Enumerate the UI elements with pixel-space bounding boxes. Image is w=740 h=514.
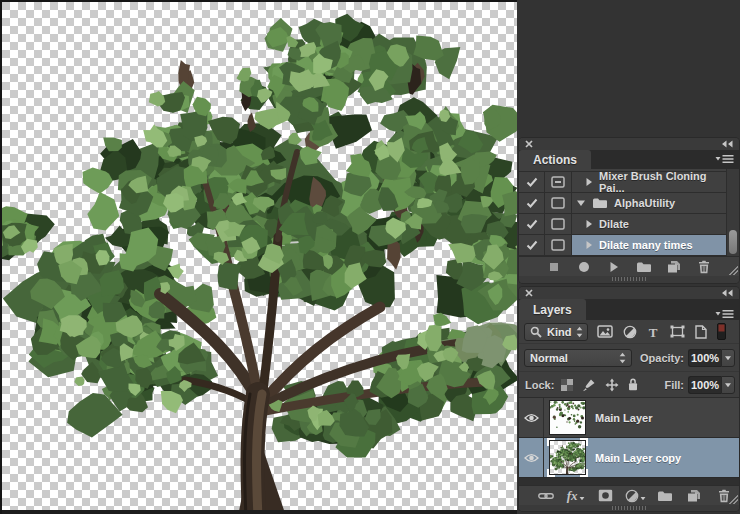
new-action-icon[interactable] [659,260,689,273]
panel-menu-icon[interactable] [715,305,734,323]
layer-thumbnail[interactable] [550,401,585,434]
action-row-selected[interactable]: Dilate many times [519,235,726,256]
resize-grip-icon[interactable] [727,264,738,275]
action-name: Dilate [599,218,629,230]
panel-dock: Actions Mixer Brush Cloning Pai... [517,0,740,514]
action-check-icon[interactable] [519,172,545,192]
folder-icon [592,197,608,209]
group-icon[interactable] [650,490,680,502]
spinner-arrows-icon [619,352,626,364]
layer-list: Main Layer Main Layer copy [519,398,739,485]
blend-mode-value: Normal [530,352,568,364]
expand-arrow-icon[interactable] [585,219,593,229]
layers-panel: Layers Kind [519,287,739,511]
dialog-toggle-box[interactable] [545,235,572,255]
scrollbar-thumb[interactable] [729,230,737,254]
action-check-icon[interactable] [519,235,545,255]
layer-row-selected[interactable]: Main Layer copy [519,438,739,478]
layer-row[interactable]: Main Layer [519,398,739,438]
fill-control: 100% [688,376,735,394]
actions-list: Mixer Brush Cloning Pai... AlphaUtility [519,169,739,256]
action-check-icon[interactable] [519,193,545,213]
search-icon [530,326,542,338]
folder-icon[interactable] [629,261,659,273]
visibility-eye-icon[interactable] [519,438,544,477]
action-check-icon[interactable] [519,214,545,234]
shape-filter-icon[interactable] [670,325,685,338]
collapse-panel-icon[interactable] [721,140,733,148]
action-set-name: AlphaUtility [614,197,675,209]
visibility-eye-icon[interactable] [519,398,544,437]
opacity-label: Opacity: [640,352,684,364]
layer-thumbnail-selected[interactable] [550,441,585,474]
dialog-toggle-box[interactable] [545,193,572,213]
tab-layers[interactable]: Layers [519,299,586,320]
lock-all-icon[interactable] [628,378,638,391]
document-canvas[interactable] [0,0,517,514]
opacity-control: 100% [688,349,735,367]
kind-label: Kind [547,326,571,338]
new-layer-icon[interactable] [680,489,710,502]
actions-group-bar [519,138,739,150]
action-set-row[interactable]: AlphaUtility [519,193,726,214]
scrollbar[interactable] [726,169,739,257]
blend-mode-row: Normal Opacity: 100% [519,343,739,371]
tree-artwork [2,2,517,514]
dialog-toggle-icon[interactable] [545,172,572,192]
action-name: Mixer Brush Cloning Pai... [599,170,726,194]
action-row[interactable]: Mixer Brush Cloning Pai... [519,172,726,193]
lock-label: Lock: [525,379,554,391]
layers-tab-strip: Layers [519,299,739,320]
dock-empty-area [519,0,739,138]
lock-transparency-icon[interactable] [561,379,573,391]
fx-icon[interactable]: fx [561,487,591,505]
add-mask-icon[interactable] [590,489,620,502]
expand-arrow-icon[interactable] [585,177,593,187]
stop-icon[interactable] [539,262,569,272]
adjustment-icon[interactable] [620,487,650,505]
dialog-toggle-box[interactable] [545,214,572,234]
close-icon[interactable] [525,140,533,148]
action-name: Dilate many times [599,239,693,251]
link-icon[interactable] [531,492,561,500]
smart-object-filter-icon[interactable] [695,325,707,339]
type-filter-icon[interactable] [647,326,659,338]
fill-value[interactable]: 100% [688,376,721,394]
drag-grip-icon[interactable] [612,277,646,281]
lock-row: Lock: Fill: 100% [519,371,739,398]
layers-group-bar [519,287,739,299]
adjustment-filter-icon[interactable] [623,325,637,339]
collapse-panel-icon[interactable] [721,289,733,297]
record-icon[interactable] [569,261,599,273]
drag-grip-icon[interactable] [612,506,646,510]
fill-dropdown-icon[interactable] [721,376,735,394]
lock-pixels-icon[interactable] [582,378,596,392]
opacity-value[interactable]: 100% [688,349,721,367]
actions-panel: Actions Mixer Brush Cloning Pai... [519,138,739,283]
canvas-bottom-edge [2,510,517,514]
trash-icon[interactable] [689,260,719,274]
filter-toggle-icon[interactable] [717,323,726,340]
opacity-dropdown-icon[interactable] [721,349,735,367]
spinner-arrows-icon [576,326,583,338]
blend-mode-select[interactable]: Normal [524,349,632,367]
actions-tab-strip: Actions [519,150,739,169]
play-icon[interactable] [599,261,629,273]
actions-toolbar [519,256,739,276]
tab-actions[interactable]: Actions [519,150,591,169]
expand-arrow-icon[interactable] [585,240,593,250]
close-icon[interactable] [525,289,533,297]
action-row[interactable]: Dilate [519,214,726,235]
panel-edge[interactable] [519,505,739,511]
layer-filter-row: Kind [519,320,739,343]
kind-filter-select[interactable]: Kind [524,323,588,341]
layer-name[interactable]: Main Layer copy [595,452,681,464]
lock-position-icon[interactable] [605,378,619,392]
panel-edge[interactable] [519,276,739,283]
pixel-filter-icon[interactable] [597,325,613,338]
layer-name[interactable]: Main Layer [595,412,652,424]
collapse-arrow-icon[interactable] [576,199,586,207]
panel-menu-icon[interactable] [715,154,734,164]
fill-label: Fill: [664,379,684,391]
layers-toolbar: fx [519,485,739,505]
